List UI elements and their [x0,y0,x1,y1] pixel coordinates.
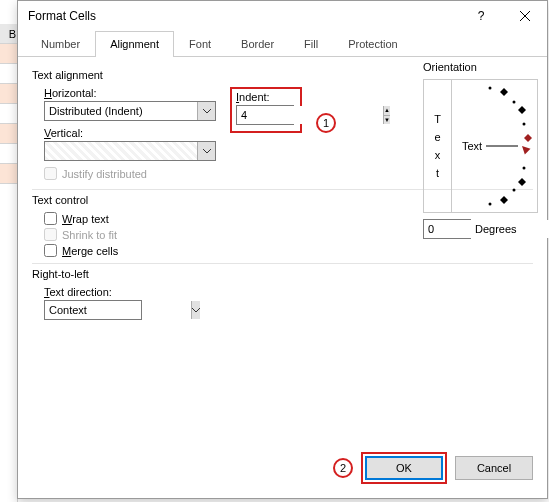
close-button[interactable] [503,1,547,31]
orientation-vertical-text[interactable]: T e x t [424,80,452,212]
justify-distributed-checkbox: Justify distributed [44,167,216,180]
titlebar[interactable]: Format Cells ? [18,1,547,31]
degrees-spinner[interactable]: ▲ ▼ [423,219,471,239]
chevron-down-icon[interactable] [197,142,215,160]
indent-input[interactable] [237,106,383,124]
help-button[interactable]: ? [459,1,503,31]
horizontal-input[interactable] [45,102,197,120]
cell [0,84,18,104]
svg-marker-9 [524,134,532,142]
svg-point-15 [489,87,492,90]
orientation-title: Orientation [423,61,538,73]
vertical-combo[interactable] [44,141,216,161]
tab-alignment[interactable]: Alignment [95,31,174,56]
tab-protection[interactable]: Protection [333,31,413,56]
cell [0,104,18,124]
col-header: B [0,24,18,44]
orientation-dial[interactable]: Text [452,80,537,212]
svg-point-12 [513,189,516,192]
tab-fill[interactable]: Fill [289,31,333,56]
text-direction-input[interactable] [45,301,191,319]
chevron-down-icon[interactable] [197,102,215,120]
degrees-label: Degrees [475,223,517,235]
svg-text:Text: Text [462,140,482,152]
orientation-frame: T e x t Text [423,79,538,213]
tab-font[interactable]: Font [174,31,226,56]
dialog-title: Format Cells [28,9,96,23]
svg-point-6 [513,101,516,104]
orientation-section: Orientation T e x t Text [423,57,538,239]
svg-marker-13 [500,196,508,204]
svg-point-14 [489,203,492,206]
text-direction-combo[interactable] [44,300,142,320]
tabs: Number Alignment Font Border Fill Protec… [18,31,547,57]
vertical-label: Vertical: [44,127,216,139]
svg-point-8 [523,123,526,126]
indent-spinner[interactable]: ▲ ▼ [236,105,294,125]
svg-marker-11 [518,178,526,186]
format-cells-dialog: Format Cells ? Number Alignment Font Bor… [17,0,548,499]
tab-number[interactable]: Number [26,31,95,56]
cell [0,64,18,84]
cell [0,144,18,164]
callout-two: 2 [333,458,353,478]
cancel-button[interactable]: Cancel [455,456,533,480]
orientation-dial-graphic: Text [452,80,538,212]
merge-cells-checkbox[interactable]: Merge cells [44,244,533,257]
svg-marker-7 [518,106,526,114]
cell [0,124,18,144]
cell [0,164,18,184]
indent-down[interactable]: ▼ [384,116,390,125]
close-icon [520,11,530,21]
vertical-input[interactable] [45,142,197,160]
svg-marker-4 [519,143,530,154]
callout-one: 1 [316,113,336,133]
chevron-down-icon[interactable] [191,301,200,319]
indent-up[interactable]: ▲ [384,106,390,116]
tab-border[interactable]: Border [226,31,289,56]
cell [0,44,18,64]
text-direction-label: Text direction: [44,286,533,298]
rtl-title: Right-to-left [32,268,533,280]
svg-point-10 [523,167,526,170]
ok-button[interactable]: OK [365,456,443,480]
svg-marker-5 [500,88,508,96]
sheet-background: B [0,0,18,502]
indent-label: Indent: [236,91,294,103]
horizontal-label: Horizontal: [44,87,216,99]
horizontal-combo[interactable] [44,101,216,121]
